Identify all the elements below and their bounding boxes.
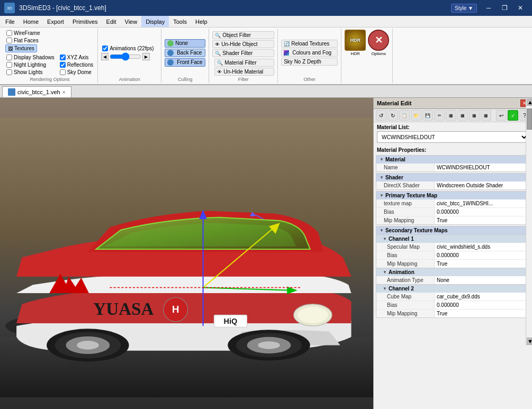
channel2-header[interactable]: ▼ Channel 2 — [376, 285, 529, 293]
panel-toolbar: ↺ ↻ 📋 📁 💾 ✏ ▦ ▦ ▦ ▦ ↩ ✓ ? — [374, 109, 532, 122]
shader-filter-button[interactable]: 🔍 Shader Filter — [212, 49, 274, 57]
sky-dome-check[interactable]: Sky Dome — [59, 69, 94, 76]
grid-button1[interactable]: ▦ — [446, 110, 456, 121]
hdr-button[interactable]: HDR — [345, 30, 366, 51]
ch2-bias-row: Bias 0.000000 — [376, 301, 529, 310]
style-button[interactable]: Style ▼ — [451, 4, 477, 13]
viewport[interactable]: H YUASA HiQ — [0, 98, 373, 409]
shader-group-header[interactable]: ▼ Shader — [376, 174, 529, 181]
menu-file[interactable]: File — [1, 16, 19, 27]
reflections-check[interactable]: Reflections — [59, 61, 94, 68]
reflections-checkbox[interactable] — [60, 62, 66, 68]
menu-tools[interactable]: Tools — [169, 16, 191, 27]
close-button[interactable]: ✕ — [513, 2, 528, 14]
shader-dx-value: Windscreen Outside Shader — [435, 181, 529, 189]
back-button[interactable]: ↩ — [496, 110, 507, 121]
scroll-thumb[interactable] — [527, 108, 532, 130]
material-filter-button[interactable]: 🔍 Material Filter — [214, 59, 274, 67]
next-frame-button[interactable]: ▶ — [142, 53, 150, 60]
sky-dome-checkbox[interactable] — [60, 69, 66, 75]
animation-type-value: None — [435, 276, 529, 284]
menu-export[interactable]: Export — [43, 16, 68, 27]
tab-close-button[interactable]: × — [62, 89, 66, 95]
xyz-axis-checkbox[interactable] — [60, 54, 66, 60]
texture-map-row: texture map civic_btcc_1WINDSHI... — [376, 199, 529, 208]
menu-edit[interactable]: Edit — [102, 16, 121, 27]
secondary-texture-header[interactable]: ▼ Secondary Texture Maps — [376, 226, 529, 234]
back-face-button[interactable]: Back Face — [165, 49, 205, 57]
menu-primitives[interactable]: Primitives — [68, 16, 102, 27]
menu-display[interactable]: Display — [141, 16, 169, 27]
restore-button[interactable]: ❐ — [497, 2, 512, 14]
panel-title: Material Edit — [377, 100, 411, 106]
show-lights-label: Show Lights — [14, 69, 42, 75]
scroll-up-button[interactable]: ▲ — [527, 98, 532, 106]
grid-button3[interactable]: ▦ — [469, 110, 480, 121]
sky-dome-label: Sky Dome — [67, 69, 92, 75]
texture-map-value: civic_btcc_1WINDSHI... — [435, 199, 529, 207]
animations-check[interactable]: Animations (22fps) — [101, 45, 158, 52]
copy-button[interactable]: 📋 — [399, 110, 410, 121]
channel1-header[interactable]: ▼ Channel 1 — [376, 235, 529, 243]
primary-mip-row: Mip Mapping True — [376, 216, 529, 224]
paste-button[interactable]: 📁 — [411, 110, 421, 121]
animation-slider[interactable] — [110, 53, 141, 60]
ch1-mip-value: True — [435, 260, 529, 268]
night-lighting-checkbox[interactable] — [6, 62, 12, 68]
sky-no-z-depth-button[interactable]: Sky No Z Depth — [281, 58, 338, 66]
xyz-axis-check[interactable]: XYZ Axis — [59, 54, 94, 61]
shader-filter-label: Shader Filter — [222, 50, 253, 56]
panel-scrollbar[interactable]: ▲ ▼ — [526, 98, 532, 346]
front-face-icon — [167, 59, 174, 66]
material-list-select[interactable]: WCWINDSHIELDOUT — [377, 131, 529, 143]
textures-button[interactable]: 🖼 Textures — [5, 44, 37, 52]
redo-button[interactable]: ↻ — [387, 110, 398, 121]
display-shadows-label: Display Shadows — [14, 54, 55, 60]
object-filter-button[interactable]: 🔍 Object Filter — [212, 31, 274, 39]
colours-fog-button[interactable]: Colours and Fog — [281, 49, 338, 57]
night-lighting-check[interactable]: Night Lighting — [5, 61, 56, 68]
shader-filter-icon: 🔍 — [215, 51, 221, 56]
reload-textures-button[interactable]: 🔄 Reload Textures — [281, 40, 338, 48]
menu-help[interactable]: Help — [191, 16, 212, 27]
material-list-label: Material List: — [377, 124, 529, 130]
grid-button4[interactable]: ▦ — [481, 110, 491, 121]
prev-frame-button[interactable]: ◀ — [101, 53, 109, 60]
menu-home[interactable]: Home — [19, 16, 43, 27]
none-button[interactable]: None — [165, 39, 205, 48]
flat-faces-checkbox[interactable] — [6, 38, 12, 43]
animation-group: Animations (22fps) ◀ ▶ Animation — [98, 29, 161, 83]
front-face-button[interactable]: Front Face — [165, 58, 205, 67]
show-lights-checkbox[interactable] — [6, 69, 12, 75]
scene-svg: H YUASA HiQ — [0, 98, 373, 409]
menu-view[interactable]: View — [121, 16, 142, 27]
minimize-button[interactable]: ─ — [481, 2, 496, 14]
grid-button2[interactable]: ▦ — [457, 110, 468, 121]
un-hide-material-button[interactable]: 👁 Un-Hide Material — [214, 68, 274, 76]
display-shadows-checkbox[interactable] — [6, 54, 12, 60]
scroll-down-button[interactable]: ▼ — [527, 338, 532, 345]
svg-point-13 — [297, 307, 328, 323]
animations-checkbox[interactable] — [102, 46, 108, 51]
show-lights-check[interactable]: Show Lights — [5, 69, 56, 76]
ok-button[interactable]: ✓ — [508, 110, 518, 121]
options-text: Options — [371, 51, 386, 56]
animation-sub-header[interactable]: ▼ Animation — [376, 268, 529, 276]
wireframe-check[interactable]: WireFrame — [5, 30, 94, 37]
display-shadows-check[interactable]: Display Shadows — [5, 54, 56, 61]
culling-group-label: Culling — [165, 76, 205, 82]
material-filter-icon: 🔍 — [217, 60, 223, 66]
un-hide-object-button[interactable]: 👁 Un-Hide Object — [212, 40, 274, 48]
undo-button[interactable]: ↺ — [376, 110, 386, 121]
save-button[interactable]: 💾 — [422, 110, 433, 121]
svg-text:HiQ: HiQ — [224, 317, 238, 325]
primary-texture-header[interactable]: ▼ Primary Texture Map — [376, 192, 529, 199]
flat-faces-check[interactable]: Flat Faces — [5, 37, 94, 44]
wireframe-checkbox[interactable] — [6, 30, 12, 36]
ch1-bias-label: Bias — [376, 251, 435, 259]
options-button[interactable]: ✕ — [368, 30, 389, 51]
main-tab[interactable]: civic_btcc_1.veh × — [2, 86, 71, 97]
edit-button[interactable]: ✏ — [434, 110, 445, 121]
cube-map-value: car_cube_dx9.dds — [435, 293, 529, 301]
material-group-header[interactable]: ▼ Material — [376, 156, 529, 163]
